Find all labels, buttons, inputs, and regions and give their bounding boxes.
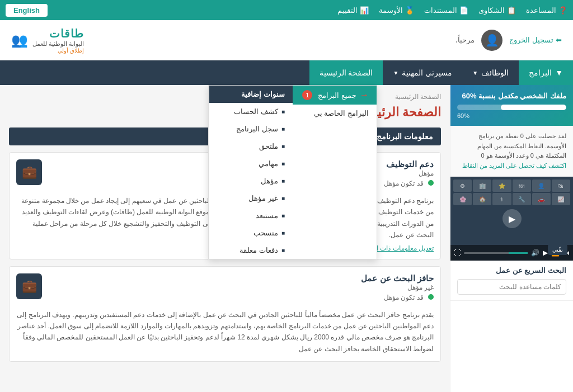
- dropdown-item-enrolled[interactable]: ■ ملتحق: [209, 138, 293, 155]
- badge: 1: [302, 90, 312, 100]
- dropdown-item-pending[interactable]: ■ دفعات معلقة: [209, 242, 293, 259]
- programs-arrow-icon: ▼: [555, 68, 563, 77]
- program-1-title-block: دعم التوظيف مؤهل قد تكون مؤهل: [384, 159, 434, 190]
- media-progress-bar: [464, 252, 528, 254]
- career-arrow-icon: ▼: [393, 70, 398, 76]
- job-search-input[interactable]: [457, 279, 566, 295]
- program-1-status-note: قد تكون مؤهل: [384, 180, 434, 187]
- fullscreen-btn[interactable]: ⛶: [454, 249, 461, 257]
- quick-search-box: البحث السريع عن عمل: [450, 261, 573, 301]
- media-cell-10: ⚕: [492, 193, 511, 205]
- nav-link-documents[interactable]: 📄 المستندات: [424, 6, 468, 15]
- bullet-icon-2: ■: [281, 126, 285, 132]
- jobs-arrow-icon: ▼: [472, 70, 478, 76]
- car-icon: 🚗: [538, 196, 544, 202]
- nav-programs-button[interactable]: ▼ البرامج: [519, 60, 573, 85]
- media-cell-5: 🏢: [473, 180, 491, 192]
- house-icon: 🏠: [479, 196, 486, 202]
- bullet-icon-5: ■: [281, 178, 285, 184]
- dropdown-item-excluded[interactable]: ■ مستبعد: [209, 207, 293, 224]
- program-2-icon: 💼: [16, 273, 42, 299]
- program-2-status-note: قد تكون مؤهل: [361, 294, 434, 301]
- program-2-title-block: حافز البحث عن عمل غير مؤهل قد تكون مؤهل: [361, 273, 434, 304]
- media-cell-1: 🛍: [552, 180, 570, 192]
- main-navigation: ▼ البرامج الوظائف ▼ مسيرتي المهنية ▼ الص…: [0, 60, 573, 85]
- dropdown-item-account[interactable]: ■ كشف الحساب: [209, 103, 293, 120]
- program-1-status: مؤهل: [384, 169, 434, 177]
- person-icon: 👤: [538, 183, 544, 189]
- tools-icon: 🔧: [518, 196, 525, 202]
- dropdown-item-program-log[interactable]: ■ سجل البرنامج: [209, 120, 293, 138]
- status-dot-green-1: [428, 180, 434, 186]
- program-2-body: يقدم برنامج حافز البحث عن عمل مخصصاً مال…: [16, 309, 434, 355]
- chart-icon: 📈: [557, 196, 564, 202]
- building-icon: 🏢: [479, 183, 486, 189]
- progress-bar-background: [457, 105, 566, 110]
- food-icon: 🍽: [519, 183, 524, 189]
- program-2-status: غير مؤهل: [361, 284, 434, 291]
- media-cell-7: 📈: [552, 193, 570, 205]
- search-box-title: البحث السريع عن عمل: [457, 266, 566, 275]
- points-box: لقد حصلت على 0 نقطة من برنامج الأوسمة. ا…: [450, 126, 573, 177]
- media-cell-2: 👤: [532, 180, 551, 192]
- dropdown-right-col: → جميع البرامج 1 البرامج الخاصة بي: [293, 86, 377, 259]
- user-area: ⬅ تسجيل الخروج 👤 مرحباً،: [455, 30, 562, 51]
- user-greeting: مرحباً،: [455, 36, 475, 44]
- media-cell-9: 🔧: [513, 193, 531, 205]
- nav-link-complaints[interactable]: 📋 الشكاوى: [478, 6, 516, 15]
- dropdown-item-my-programs[interactable]: البرامج الخاصة بي: [293, 105, 377, 122]
- volume-icon: 🔊: [531, 249, 539, 257]
- flower-icon: 🌸: [459, 196, 466, 202]
- dropdown-left-col: سنوات إضافية ■ كشف الحساب ■ سجل البرنامج…: [209, 86, 293, 259]
- dropdown-item-not-qualified[interactable]: ■ غير مؤهل: [209, 190, 293, 207]
- logo-people-icon: 👥: [11, 32, 28, 48]
- play-btn[interactable]: ▶: [543, 249, 548, 257]
- media-cell-3: 🍽: [513, 180, 531, 192]
- dropdown-arrow-icon: →: [360, 90, 369, 100]
- documents-icon: 📄: [459, 6, 468, 15]
- program-card-header-2: حافز البحث عن عمل غير مؤهل قد تكون مؤهل …: [16, 273, 434, 304]
- progress-label: 60%: [457, 112, 566, 119]
- profile-title: ملفك الشخصي مكتمل بنسبة %60: [457, 92, 566, 100]
- nav-link-help[interactable]: ❓ المساعدة: [526, 6, 567, 15]
- nav-item-home[interactable]: الصفحة الرئيسية: [309, 60, 383, 85]
- nav-link-evaluation[interactable]: 📊 التقييم: [337, 6, 369, 15]
- avatar: 👤: [481, 30, 502, 51]
- top-nav-links: ❓ المساعدة 📋 الشكاوى 📄 المستندات 🏅 الأوس…: [337, 6, 567, 15]
- bullet-icon-7: ■: [281, 212, 285, 219]
- logout-icon: ⬅: [556, 36, 562, 44]
- dropdown-section: → جميع البرامج 1 البرامج الخاصة بي سنوات…: [209, 86, 377, 259]
- nav-item-jobs[interactable]: الوظائف ▼: [462, 60, 519, 85]
- profile-box: ملفك الشخصي مكتمل بنسبة %60 60%: [450, 85, 573, 126]
- complaints-icon: 📋: [507, 6, 516, 15]
- site-header: ⬅ تسجيل الخروج 👤 مرحباً، طاقات البوابة ا…: [0, 20, 573, 60]
- logo-subtitle: البوابة الوطنية للعمل: [32, 40, 84, 48]
- english-button[interactable]: English: [6, 4, 48, 17]
- status-dot-green-2: [428, 294, 434, 300]
- gear-icon-sm: ⚙: [460, 183, 465, 189]
- left-sidebar: ملفك الشخصي مكتمل بنسبة %60 60% لقد حصلت…: [450, 85, 573, 392]
- bullet-icon-6: ■: [281, 195, 285, 201]
- programs-dropdown: → جميع البرامج 1 البرامج الخاصة بي سنوات…: [208, 85, 377, 259]
- media-placeholder: 🛍 👤 🍽 ⭐ 🏢 ⚙ 📈 🚗 🔧 ⚕ 🏠 🌸 ▶ ⏮ ⏪ ▶ 🔊: [450, 177, 573, 261]
- logout-link[interactable]: ⬅ تسجيل الخروج: [509, 36, 562, 44]
- dropdown-item-all-programs[interactable]: → جميع البرامج 1: [293, 86, 377, 105]
- dropdown-item-tasks[interactable]: ■ مهامي: [209, 155, 293, 172]
- dropdown-item-withdrawn[interactable]: ■ منسحب: [209, 224, 293, 242]
- bullet-icon-9: ■: [281, 247, 285, 253]
- media-cell-12: 🌸: [453, 193, 472, 205]
- dropdown-item-qualified[interactable]: ■ مؤهل: [209, 172, 293, 190]
- media-cell-11: 🏠: [473, 193, 491, 205]
- logo-main-text: طاقات: [32, 27, 84, 40]
- evaluation-icon: 📊: [360, 6, 369, 15]
- media-cell-6: ⚙: [453, 180, 472, 192]
- nav-link-badges[interactable]: 🏅 الأوسمة: [379, 6, 414, 15]
- media-progress-fill: [509, 252, 528, 254]
- play-overlay[interactable]: ▶: [502, 209, 522, 228]
- media-grid: 🛍 👤 🍽 ⭐ 🏢 ⚙ 📈 🚗 🔧 ⚕ 🏠 🌸: [450, 177, 573, 208]
- nav-item-career[interactable]: مسيرتي المهنية ▼: [383, 60, 462, 85]
- points-link[interactable]: اكتشف كيف تحصل على المزيد من النقاط: [462, 162, 566, 169]
- program-1-title: دعم التوظيف: [384, 159, 434, 169]
- star-icon: ⭐: [499, 183, 505, 189]
- media-cell-4: ⭐: [492, 180, 511, 192]
